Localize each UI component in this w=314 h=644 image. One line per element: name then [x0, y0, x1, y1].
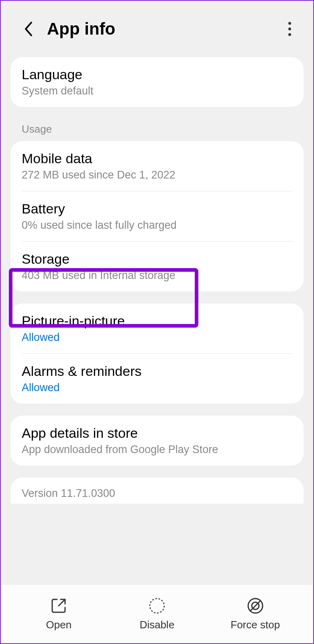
- version-card: Version 11.71.0300: [10, 478, 304, 504]
- storage-item[interactable]: Storage 403 MB used in Internal storage: [10, 242, 304, 291]
- usage-card: Mobile data 272 MB used since Dec 1, 202…: [10, 141, 304, 291]
- language-subtitle: System default: [22, 85, 292, 97]
- storage-subtitle: 403 MB used in Internal storage: [22, 269, 292, 282]
- back-icon[interactable]: [23, 21, 33, 37]
- pip-title: Picture-in-picture: [22, 313, 292, 329]
- pip-item[interactable]: Picture-in-picture Allowed: [10, 304, 304, 353]
- disable-button[interactable]: Disable: [108, 597, 206, 631]
- language-card: Language System default: [10, 57, 304, 107]
- permissions-card: Picture-in-picture Allowed Alarms & remi…: [10, 304, 304, 404]
- language-item[interactable]: Language System default: [10, 57, 304, 107]
- force-stop-button[interactable]: Force stop: [206, 597, 304, 631]
- mobile-data-item[interactable]: Mobile data 272 MB used since Dec 1, 202…: [10, 141, 304, 191]
- alarms-item[interactable]: Alarms & reminders Allowed: [10, 354, 304, 404]
- language-title: Language: [22, 67, 292, 82]
- app-details-title: App details in store: [22, 425, 292, 441]
- page-title: App info: [47, 19, 115, 39]
- header: App info: [1, 1, 313, 57]
- battery-title: Battery: [22, 201, 292, 217]
- battery-subtitle: 0% used since last fully charged: [22, 219, 292, 232]
- storage-title: Storage: [22, 251, 292, 267]
- svg-point-0: [150, 599, 164, 613]
- mobile-data-subtitle: 272 MB used since Dec 1, 2022: [22, 169, 292, 181]
- app-details-item[interactable]: App details in store App downloaded from…: [10, 416, 304, 466]
- open-label: Open: [46, 619, 72, 631]
- bottom-action-bar: Open Disable Force stop: [2, 585, 312, 643]
- more-options-icon[interactable]: [288, 22, 291, 36]
- open-button[interactable]: Open: [10, 597, 108, 631]
- open-icon: [50, 597, 67, 615]
- app-details-subtitle: App downloaded from Google Play Store: [22, 443, 292, 456]
- mobile-data-title: Mobile data: [22, 151, 292, 166]
- disable-icon: [148, 597, 166, 615]
- usage-section-label: Usage: [1, 119, 313, 141]
- battery-item[interactable]: Battery 0% used since last fully charged: [10, 191, 304, 241]
- version-text: Version 11.71.0300: [22, 487, 292, 500]
- force-stop-label: Force stop: [230, 619, 280, 631]
- store-card: App details in store App downloaded from…: [10, 416, 304, 466]
- alarms-title: Alarms & reminders: [22, 363, 292, 379]
- force-stop-icon: [247, 597, 264, 615]
- alarms-status: Allowed: [22, 381, 292, 394]
- pip-status: Allowed: [22, 331, 292, 344]
- disable-label: Disable: [140, 619, 175, 631]
